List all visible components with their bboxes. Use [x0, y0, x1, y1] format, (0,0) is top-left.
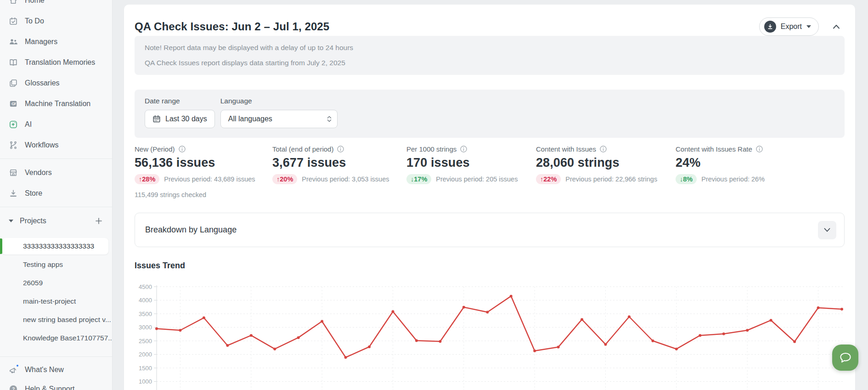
chevron-down-icon — [824, 228, 830, 232]
sidebar-item-machine-translation[interactable]: G Machine Translation — [0, 93, 112, 114]
svg-text:2000: 2000 — [139, 351, 152, 358]
date-range-button[interactable]: Last 30 days — [145, 110, 215, 128]
breakdown-panel-title: Breakdown by Language — [145, 225, 237, 235]
stat-previous-period: Previous period: 43,689 issues — [164, 175, 255, 183]
strings-checked-note: 115,499 strings checked — [135, 191, 272, 198]
sidebar-item-label: Managers — [25, 38, 57, 46]
vendors-icon — [9, 168, 18, 177]
export-button-label: Export — [781, 23, 802, 31]
svg-text:1500: 1500 — [139, 365, 152, 372]
stat-value: 56,136 issues — [135, 156, 272, 170]
project-item[interactable]: new string based project v... — [0, 311, 112, 329]
stat-content-with-issues-rate: Content with Issues Rate 24% ↓8% Previou… — [676, 145, 765, 198]
note-line-2: QA Check Issues report displays data sta… — [145, 59, 834, 67]
info-icon[interactable] — [337, 146, 344, 153]
projects-list: 333333333333333333 Testing apps 26059 ma… — [0, 237, 112, 347]
language-label: Language — [220, 97, 338, 105]
stat-change-badge: ↑28% — [135, 174, 159, 184]
sidebar-item-vendors[interactable]: Vendors — [0, 162, 112, 183]
sidebar-item-label: Home — [25, 0, 45, 5]
stat-change-badge: ↓17% — [406, 174, 431, 184]
sidebar-item-whats-new[interactable]: What's New — [0, 360, 112, 379]
sidebar-item-todo[interactable]: To Do — [0, 11, 112, 31]
filters-bar: Date range Last 30 days Language All lan… — [135, 90, 845, 138]
project-item[interactable]: main-test-project — [0, 292, 112, 311]
date-range-label: Date range — [145, 97, 215, 105]
whats-new-icon — [9, 365, 18, 374]
stat-change-badge: ↓8% — [676, 174, 697, 184]
sidebar-footer: What's New ? Help & Support — [0, 360, 112, 390]
project-item[interactable]: 333333333333333333 — [0, 237, 112, 255]
sidebar-item-translation-memories[interactable]: Translation Memories — [0, 52, 112, 73]
stat-label: New (Period) — [135, 145, 175, 153]
header-actions: Export — [759, 17, 845, 36]
info-icon[interactable] — [179, 146, 186, 153]
issues-trend-title: Issues Trend — [135, 261, 845, 271]
language-select[interactable]: All languages — [220, 110, 338, 128]
svg-text:4000: 4000 — [139, 297, 152, 304]
sidebar-item-glossaries[interactable]: Glossaries — [0, 73, 112, 93]
date-range-value: Last 30 days — [165, 115, 207, 123]
export-download-icon — [764, 21, 776, 33]
project-item-label: new string based project v... — [23, 316, 111, 324]
stats-row: New (Period) 56,136 issues ↑28% Previous… — [135, 145, 845, 198]
project-item-label: 333333333333333333 — [23, 242, 94, 250]
expand-breakdown-button[interactable] — [818, 221, 836, 239]
sidebar-item-label: Store — [25, 189, 42, 198]
info-icon[interactable] — [756, 146, 763, 153]
report-header: QA Check Issues: Jun 2 – Jul 1, 2025 Exp… — [135, 5, 845, 36]
stat-value: 28,060 strings — [536, 156, 676, 170]
add-project-button[interactable] — [93, 215, 105, 227]
stat-value: 170 issues — [406, 156, 536, 170]
export-button[interactable]: Export — [759, 17, 819, 36]
project-item[interactable]: Testing apps — [0, 255, 112, 274]
projects-section-label: Projects — [20, 217, 93, 225]
sidebar: Home To Do Managers Translation Memories — [0, 0, 113, 390]
stat-label: Content with Issues — [536, 145, 596, 153]
sidebar-item-store[interactable]: Store — [0, 183, 112, 203]
sidebar-item-managers[interactable]: Managers — [0, 31, 112, 52]
sidebar-item-label: To Do — [25, 17, 44, 25]
info-icon[interactable] — [600, 146, 607, 153]
sidebar-divider — [0, 158, 112, 159]
stat-per-1000-strings: Per 1000 strings 170 issues ↓17% Previou… — [406, 145, 536, 198]
stat-change-badge: ↑22% — [536, 174, 561, 184]
language-select-value: All languages — [228, 115, 327, 123]
sidebar-item-home[interactable]: Home — [0, 0, 112, 11]
sidebar-divider — [0, 207, 112, 207]
sidebar-item-help-support[interactable]: ? Help & Support — [0, 379, 112, 390]
project-item-label: main-test-project — [23, 297, 76, 305]
chat-widget-button[interactable] — [832, 345, 858, 371]
selected-project-accent-bar — [0, 238, 2, 254]
sidebar-item-workflows[interactable]: Workflows — [0, 135, 112, 155]
chat-bubble-icon — [839, 351, 852, 364]
page-title: QA Check Issues: Jun 2 – Jul 1, 2025 — [135, 20, 329, 33]
issues-trend-chart: 45004000350030002500200015001000500 — [135, 282, 845, 390]
store-icon — [9, 189, 18, 198]
stat-content-with-issues: Content with Issues 28,060 strings ↑22% … — [536, 145, 676, 198]
stat-label: Content with Issues Rate — [676, 145, 752, 153]
stat-previous-period: Previous period: 22,966 strings — [565, 175, 657, 183]
export-caret-down-icon — [806, 25, 811, 28]
stat-total-end-of-period: Total (end of period) 3,677 issues ↑20% … — [272, 145, 406, 198]
info-icon[interactable] — [460, 146, 467, 153]
projects-collapse-caret-icon[interactable] — [6, 220, 16, 222]
sidebar-item-label: What's New — [25, 366, 64, 374]
translation-memories-icon — [9, 58, 18, 67]
sidebar-item-label: Machine Translation — [25, 100, 90, 108]
svg-text:?: ? — [12, 387, 15, 390]
project-item[interactable]: 26059 — [0, 274, 112, 292]
stat-value: 3,677 issues — [272, 156, 406, 170]
ai-icon — [9, 120, 18, 129]
chevron-up-icon — [833, 24, 840, 29]
sidebar-item-label: AI — [25, 120, 32, 129]
project-item[interactable]: Knowledge Base17107757... — [0, 329, 112, 347]
workflows-icon — [9, 141, 18, 150]
collapse-panel-button[interactable] — [828, 18, 845, 35]
svg-text:G: G — [11, 101, 15, 106]
sidebar-item-label: Glossaries — [25, 79, 60, 87]
sidebar-item-label: Translation Memories — [25, 58, 95, 67]
breakdown-by-language-panel[interactable]: Breakdown by Language — [135, 213, 845, 247]
sidebar-item-ai[interactable]: AI — [0, 114, 112, 135]
sidebar-item-label: Vendors — [25, 169, 52, 177]
